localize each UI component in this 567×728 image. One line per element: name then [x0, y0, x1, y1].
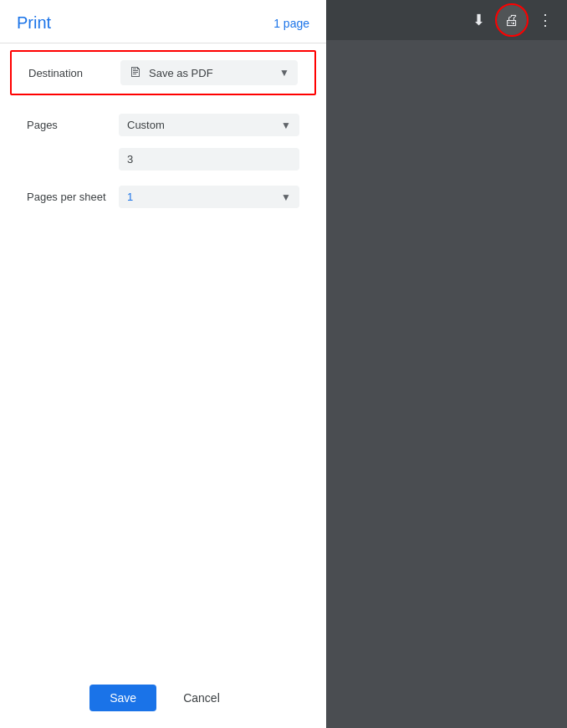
- download-icon: ⬇: [472, 11, 485, 29]
- page-count: 1 page: [273, 17, 309, 30]
- destination-value: Save as PDF: [149, 67, 279, 79]
- pages-dropdown-arrow: ▼: [281, 120, 291, 131]
- print-button[interactable]: 🖨: [497, 5, 527, 35]
- more-icon: ⋮: [538, 11, 553, 29]
- pages-per-sheet-row: Pages per sheet 1 ▼: [10, 177, 316, 216]
- pages-value: Custom: [127, 119, 281, 131]
- pages-per-sheet-select[interactable]: 1 ▼: [119, 186, 299, 208]
- custom-pages-row: [10, 148, 316, 171]
- pages-per-sheet-label: Pages per sheet: [27, 191, 119, 203]
- pps-dropdown-arrow: ▼: [281, 191, 291, 203]
- pages-row: Pages Custom ▼: [10, 105, 316, 145]
- pages-label: Pages: [27, 119, 119, 131]
- preview-panel: ⬇ 🖨 ⋮: [326, 0, 567, 728]
- more-options-button[interactable]: ⋮: [530, 5, 560, 35]
- destination-dropdown-arrow: ▼: [279, 67, 289, 79]
- download-button[interactable]: ⬇: [463, 5, 493, 35]
- print-icon: 🖨: [504, 12, 519, 29]
- cancel-button[interactable]: Cancel: [166, 685, 237, 711]
- destination-select[interactable]: 🖹 Save as PDF ▼: [120, 60, 298, 85]
- preview-toolbar: ⬇ 🖨 ⋮: [326, 0, 567, 40]
- document-icon: 🖹: [129, 65, 142, 80]
- print-header: Print 1 page: [0, 0, 326, 43]
- save-button[interactable]: Save: [89, 685, 156, 711]
- custom-pages-input[interactable]: [119, 148, 299, 171]
- destination-row[interactable]: Destination 🖹 Save as PDF ▼: [10, 50, 316, 95]
- pages-per-sheet-value: 1: [127, 191, 281, 203]
- divider-top: [0, 43, 326, 43]
- destination-label: Destination: [28, 67, 120, 79]
- pages-select[interactable]: Custom ▼: [119, 114, 299, 136]
- print-dialog: Print 1 page Destination 🖹 Save as PDF ▼…: [0, 0, 326, 728]
- button-row: Save Cancel: [0, 685, 326, 711]
- print-title: Print: [17, 13, 51, 33]
